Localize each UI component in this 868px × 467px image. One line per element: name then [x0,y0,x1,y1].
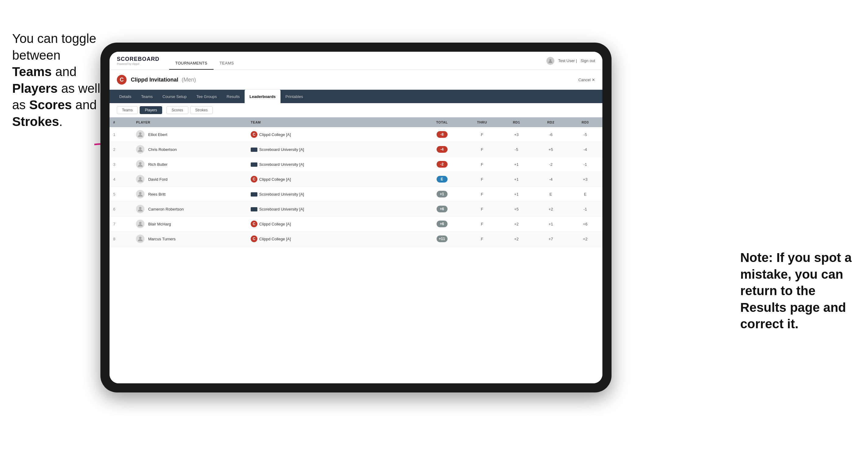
cell-rd3: +6 [568,217,602,231]
team-logo-icon [251,207,257,212]
team-logo-icon: C [251,236,257,242]
player-name: Cameron Robertson [148,207,184,212]
col-rank: # [110,118,132,127]
cell-rd1: +2 [499,231,534,246]
table-row: 7 Blair McHarg CClippd College [A]+6F+2+… [110,217,602,231]
tab-details[interactable]: Details [114,90,136,103]
player-avatar-icon [136,205,145,213]
cell-rd3: +2 [568,231,602,246]
logo-title: SCOREBOARD [117,56,159,62]
nav-link-tournaments[interactable]: TOURNAMENTS [169,61,214,70]
tab-results[interactable]: Results [222,90,245,103]
team-name: Clippd College [A] [259,222,291,226]
cell-team: CClippd College [A] [247,231,419,246]
player-avatar-icon [136,160,145,168]
tab-printables[interactable]: Printables [280,90,308,103]
player-name: Chris Robertson [148,147,177,152]
players-table: # PLAYER TEAM TOTAL THRU RD1 RD2 RD3 1 E… [110,118,602,246]
tournament-gender: (Men) [182,77,196,83]
table-row: 4 David Ford CClippd College [A]EF+1-4+3 [110,172,602,187]
cell-team: CClippd College [A] [247,127,419,142]
col-rd2: RD2 [534,118,568,127]
svg-point-7 [139,207,142,209]
score-badge: +1 [437,191,447,197]
score-badge: -8 [437,131,447,138]
tablet-screen: SCOREBOARD Powered by clippd TOURNAMENTS… [110,52,602,383]
leaderboard-table: # PLAYER TEAM TOTAL THRU RD1 RD2 RD3 1 E… [110,118,602,383]
col-rd1: RD1 [499,118,534,127]
cell-player: Marcus Turners [132,231,247,246]
cell-rd2: -4 [534,172,568,187]
cell-rd2: -6 [534,127,568,142]
tab-tee-groups[interactable]: Tee Groups [192,90,222,103]
table-row: 8 Marcus Turners CClippd College [A]+11F… [110,231,602,246]
table-body: 1 Elliot Ebert CClippd College [A]-8F+3-… [110,127,602,246]
cell-rd2: +7 [534,231,568,246]
tab-leaderboards[interactable]: Leaderboards [245,90,280,103]
player-avatar-icon [136,175,145,183]
svg-point-9 [139,237,142,239]
cell-thru: F [465,187,499,202]
player-avatar-icon [136,220,145,228]
cell-total: -8 [419,127,465,142]
toggle-players-button[interactable]: Players [140,106,162,114]
cell-rd2: +5 [534,142,568,157]
player-avatar-icon [136,130,145,139]
toggle-bar: Teams Players Scores Strokes [110,103,602,118]
team-logo-icon: C [251,131,257,138]
col-player: PLAYER [132,118,247,127]
cell-rank: 1 [110,127,132,142]
col-rd3: RD3 [568,118,602,127]
table-row: 6 Cameron Robertson Scoreboard Universit… [110,202,602,217]
team-name: Scoreboard University [A] [259,147,304,152]
user-avatar-icon [547,57,554,65]
toggle-strokes-button[interactable]: Strokes [190,106,213,114]
table-header: # PLAYER TEAM TOTAL THRU RD1 RD2 RD3 [110,118,602,127]
svg-point-1 [550,59,551,61]
team-logo-icon: C [251,221,257,227]
cell-rd3: +3 [568,172,602,187]
cell-rd3: -5 [568,127,602,142]
cell-thru: F [465,217,499,231]
scoreboard-logo: SCOREBOARD Powered by clippd [117,56,159,65]
team-name: Clippd College [A] [259,237,291,241]
team-name: Scoreboard University [A] [259,207,304,212]
tab-bar: Details Teams Course Setup Tee Groups Re… [110,90,602,103]
cell-team: CClippd College [A] [247,217,419,231]
cell-rd3: -1 [568,202,602,217]
toggle-teams-button[interactable]: Teams [117,106,138,114]
cancel-button[interactable]: Cancel ✕ [578,77,595,82]
toggle-scores-button[interactable]: Scores [166,106,188,114]
nav-link-teams[interactable]: TEAMS [214,61,240,70]
score-badge: -4 [437,146,447,153]
sign-out-link[interactable]: Sign out [581,58,595,63]
score-badge: E [437,176,447,183]
cell-rd3: -4 [568,142,602,157]
cell-thru: F [465,142,499,157]
cell-player: Rich Butler [132,157,247,172]
cell-rank: 8 [110,231,132,246]
score-badge: -2 [437,161,447,168]
cell-rank: 7 [110,217,132,231]
tab-teams[interactable]: Teams [136,90,158,103]
team-logo-icon [251,192,257,196]
team-logo-icon: C [251,176,257,183]
top-nav: SCOREBOARD Powered by clippd TOURNAMENTS… [110,52,602,70]
col-thru: THRU [465,118,499,127]
col-total: TOTAL [419,118,465,127]
cell-thru: F [465,172,499,187]
svg-point-3 [139,147,142,150]
player-name: Rees Britt [148,192,165,196]
player-name: Blair McHarg [148,222,171,226]
team-name: Scoreboard University [A] [259,192,304,196]
user-label: Test User | [558,58,577,63]
team-logo-icon [251,148,257,152]
team-name: Clippd College [A] [259,132,291,137]
player-name: Elliot Ebert [148,132,167,137]
col-team: TEAM [247,118,419,127]
nav-links: TOURNAMENTS TEAMS [169,52,240,70]
cell-total: +1 [419,187,465,202]
table-row: 2 Chris Robertson Scoreboard University … [110,142,602,157]
tab-course-setup[interactable]: Course Setup [158,90,192,103]
cell-total: +11 [419,231,465,246]
